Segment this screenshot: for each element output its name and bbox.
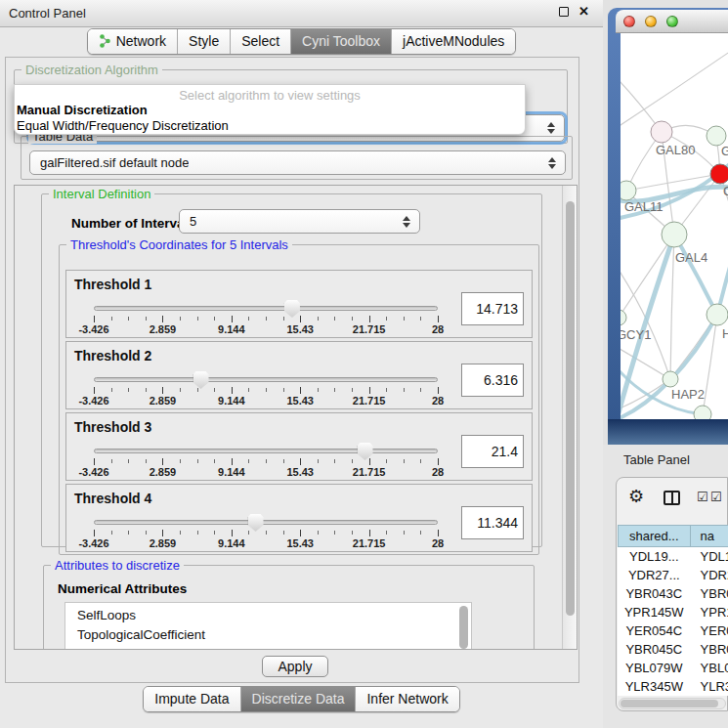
algorithm-dropdown-popup: Select algorithm to view settings Manual… [14, 84, 526, 135]
network-node[interactable] [621, 310, 626, 325]
cell-name[interactable]: YDL1 [691, 547, 728, 566]
panel-scrollbar-thumb[interactable] [566, 201, 575, 616]
network-node[interactable] [663, 371, 678, 387]
tab-impute-data[interactable]: Impute Data [144, 687, 239, 711]
network-window-frame [608, 419, 728, 445]
spinner-stepper-icon [403, 216, 410, 228]
table-row[interactable]: YLR345WYLR3 [618, 677, 728, 696]
tick-label: 28 [432, 395, 444, 407]
column-header-shared-name[interactable]: shared... [618, 525, 691, 547]
numerical-attributes-list[interactable]: SelfLoopsTopologicalCoefficientBetweenne… [64, 602, 472, 650]
cell-shared-name[interactable]: YLR345W [618, 677, 691, 696]
tab-style[interactable]: Style [177, 29, 230, 54]
tab-infer-network[interactable]: Infer Network [355, 687, 458, 711]
tab-network[interactable]: Network [88, 29, 177, 54]
cell-name[interactable]: YLR3 [691, 677, 728, 696]
threshold-value-field[interactable]: 6.316 [461, 364, 524, 397]
group-title: Interval Definition [49, 187, 154, 201]
panel-scrollbar[interactable] [562, 186, 577, 649]
close-window-icon[interactable] [623, 16, 635, 27]
threshold-value-field[interactable]: 21.4 [461, 435, 524, 468]
attribute-item[interactable]: BetweennessCentrality [65, 645, 471, 650]
cell-name[interactable]: YDR2 [691, 566, 728, 584]
cell-shared-name[interactable]: YBR045C [618, 640, 691, 659]
group-title: Threshold's Coordinates for 5 Intervals [66, 237, 292, 252]
cell-shared-name[interactable]: YBL079W [618, 659, 691, 677]
tick-label: 9.144 [218, 537, 245, 549]
table-hscrollbar-thumb[interactable] [621, 700, 718, 707]
number-of-intervals-spinner[interactable]: 5 [179, 209, 420, 234]
threshold-slider[interactable] [94, 449, 438, 453]
settings-gear-icon[interactable]: ⚙ [628, 486, 644, 507]
cell-name[interactable]: YBL0 [691, 659, 728, 677]
close-panel-icon[interactable]: ✕ [578, 7, 589, 17]
network-edge [621, 235, 674, 318]
column-header-name[interactable]: na [691, 525, 728, 547]
network-window-titlebar[interactable] [616, 10, 728, 33]
table-row[interactable]: YBR045CYBR0 [618, 640, 728, 659]
attribute-items: SelfLoopsTopologicalCoefficientBetweenne… [65, 606, 471, 650]
cell-shared-name[interactable]: YDL19... [618, 547, 691, 566]
zoom-window-icon[interactable] [666, 16, 678, 27]
popup-item-equal-width-frequency[interactable]: Equal Width/Frequency Discretization [15, 118, 525, 134]
table-rows: YDL19...YDL1YDR27...YDR2YBR043CYBR0YPR14… [618, 547, 728, 696]
attribute-item[interactable]: TopologicalCoefficient [65, 625, 471, 645]
tick-label: 21.715 [353, 395, 386, 407]
network-node[interactable] [662, 222, 687, 247]
cell-shared-name[interactable]: YBR043C [618, 584, 691, 603]
network-canvas[interactable]: GAL80GACGAL11GAL4GCY1HHAP2 [621, 33, 728, 419]
bottom-tab-bar: Impute Data Discretize Data Infer Networ… [143, 686, 459, 712]
threshold-slider[interactable] [94, 520, 438, 525]
network-graph: GAL80GACGAL11GAL4GCY1HHAP2 [621, 33, 728, 419]
table-columns-icon[interactable] [664, 491, 680, 505]
threshold-value-field[interactable]: 11.344 [461, 506, 524, 539]
table-data-combobox[interactable]: galFiltered.sif default node [29, 150, 566, 175]
tick-label: -3.426 [78, 323, 108, 335]
tick-label: 2.859 [150, 323, 177, 335]
tab-discretize-data[interactable]: Discretize Data [240, 687, 356, 711]
cell-name[interactable]: YBR0 [691, 640, 728, 659]
tab-jactivemnodules[interactable]: jActiveMNodules [391, 29, 515, 54]
spinner-value: 5 [190, 214, 196, 229]
cell-shared-name[interactable]: YER054C [618, 621, 691, 640]
float-panel-icon[interactable] [559, 7, 569, 17]
tick-label: 2.859 [150, 537, 177, 549]
popup-item-manual-discretization[interactable]: Manual Discretization [15, 103, 525, 118]
minimize-window-icon[interactable] [645, 16, 657, 27]
table-row[interactable]: YBL079WYBL0 [618, 659, 728, 677]
apply-button[interactable]: Apply [262, 656, 328, 677]
table-row[interactable]: YBR043CYBR0 [618, 584, 728, 603]
list-scrollbar[interactable] [459, 606, 468, 649]
cell-shared-name[interactable]: YPR145W [618, 603, 691, 621]
threshold-slider[interactable] [94, 377, 438, 382]
cell-name[interactable]: YPR1 [691, 603, 728, 621]
table-row[interactable]: YDL19...YDL1 [618, 547, 728, 566]
attribute-item[interactable]: SelfLoops [65, 606, 471, 625]
tick-label: 2.859 [150, 466, 177, 478]
network-node[interactable] [694, 406, 711, 419]
network-node[interactable] [710, 164, 728, 184]
table-row[interactable]: YDR27...YDR2 [618, 566, 728, 584]
network-node[interactable] [707, 304, 728, 325]
network-node[interactable] [621, 181, 636, 200]
table-row[interactable]: YPR145WYPR1 [618, 603, 728, 621]
tab-cyni-toolbox[interactable]: Cyni Toolbox [290, 29, 391, 54]
table-row[interactable]: YER054CYER0 [618, 621, 728, 640]
tab-select[interactable]: Select [230, 29, 290, 54]
table-hscrollbar[interactable] [619, 698, 726, 709]
checkbox-icon-1[interactable]: ☑ [697, 490, 708, 504]
network-node[interactable] [651, 121, 672, 143]
tab-label: Cyni Toolbox [302, 33, 380, 49]
network-node-label: GAL11 [624, 199, 664, 214]
threshold-slider[interactable] [94, 306, 438, 311]
cell-shared-name[interactable]: YDR27... [618, 566, 691, 584]
network-view-window: GAL80GACGAL11GAL4GCY1HHAP2 [608, 8, 728, 445]
cell-name[interactable]: YBR0 [691, 584, 728, 603]
network-node[interactable] [707, 126, 726, 146]
tick-label: 2.859 [150, 395, 177, 407]
checkbox-icon-2[interactable]: ☑ [710, 490, 722, 504]
tab-label: Select [241, 33, 279, 49]
network-edge [670, 235, 674, 379]
cell-name[interactable]: YER0 [691, 621, 728, 640]
threshold-value-field[interactable]: 14.713 [461, 292, 524, 325]
